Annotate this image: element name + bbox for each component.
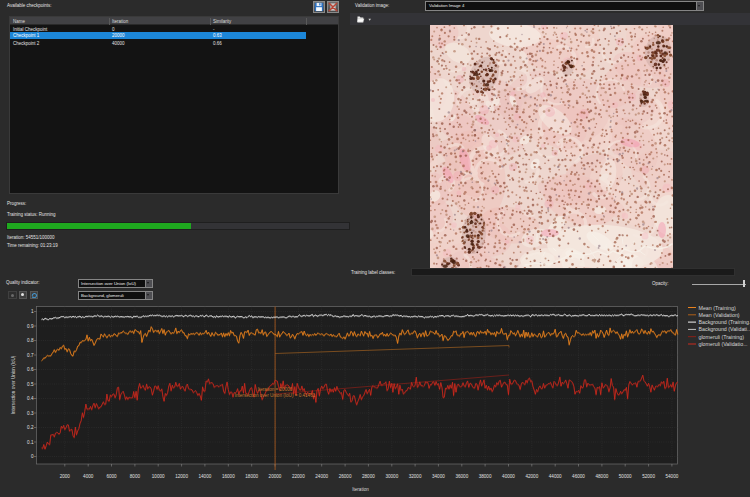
- svg-text:Iteration = 20000: Iteration = 20000: [258, 387, 293, 392]
- svg-text:Intersection over Union (IoU): Intersection over Union (IoU): [11, 355, 16, 414]
- svg-text:42000: 42000: [525, 474, 538, 479]
- svg-text:6000: 6000: [106, 474, 117, 479]
- svg-text:0.7: 0.7: [27, 353, 34, 358]
- svg-text:40000: 40000: [502, 474, 515, 479]
- svg-text:0.2: 0.2: [27, 425, 34, 430]
- svg-text:Intersection over Union (IoU): Intersection over Union (IoU) = 0.41461: [235, 393, 316, 398]
- svg-text:24000: 24000: [315, 474, 328, 479]
- svg-text:0.9: 0.9: [27, 324, 34, 329]
- svg-text:2000: 2000: [60, 474, 71, 479]
- svg-text:16000: 16000: [222, 474, 235, 479]
- svg-text:0.4: 0.4: [27, 396, 34, 401]
- svg-text:0.3: 0.3: [27, 411, 34, 416]
- svg-text:26000: 26000: [339, 474, 352, 479]
- svg-text:Background (Validati...: Background (Validati...: [699, 326, 750, 332]
- svg-text:18000: 18000: [245, 474, 258, 479]
- svg-text:32000: 32000: [409, 474, 422, 479]
- svg-text:glomeruli (Training): glomeruli (Training): [699, 334, 745, 340]
- svg-text:54000: 54000: [666, 474, 679, 479]
- svg-text:0.6: 0.6: [27, 367, 34, 372]
- svg-text:20000: 20000: [269, 474, 282, 479]
- svg-text:4000: 4000: [83, 474, 94, 479]
- svg-text:50000: 50000: [619, 474, 632, 479]
- svg-text:22000: 22000: [292, 474, 305, 479]
- svg-text:52000: 52000: [642, 474, 655, 479]
- svg-text:48000: 48000: [596, 474, 609, 479]
- svg-text:glomeruli (Validatio...: glomeruli (Validatio...: [699, 341, 748, 347]
- svg-text:10000: 10000: [152, 474, 165, 479]
- svg-text:Iteration: Iteration: [352, 487, 369, 492]
- svg-text:36000: 36000: [455, 474, 468, 479]
- svg-text:30000: 30000: [385, 474, 398, 479]
- svg-text:0.8: 0.8: [27, 338, 34, 343]
- svg-text:0.1: 0.1: [27, 440, 34, 445]
- svg-text:8000: 8000: [130, 474, 141, 479]
- svg-text:Mean (Validation): Mean (Validation): [699, 312, 740, 318]
- svg-text:14000: 14000: [199, 474, 212, 479]
- svg-text:44000: 44000: [549, 474, 562, 479]
- svg-text:46000: 46000: [572, 474, 585, 479]
- svg-text:0: 0: [31, 454, 34, 459]
- svg-text:28000: 28000: [362, 474, 375, 479]
- svg-text:0.5: 0.5: [27, 382, 34, 387]
- svg-text:Background (Training...: Background (Training...: [699, 319, 750, 325]
- svg-text:12000: 12000: [175, 474, 188, 479]
- svg-text:Mean (Training): Mean (Training): [699, 305, 736, 311]
- svg-text:38000: 38000: [479, 474, 492, 479]
- svg-text:34000: 34000: [432, 474, 445, 479]
- svg-text:1: 1: [31, 309, 34, 314]
